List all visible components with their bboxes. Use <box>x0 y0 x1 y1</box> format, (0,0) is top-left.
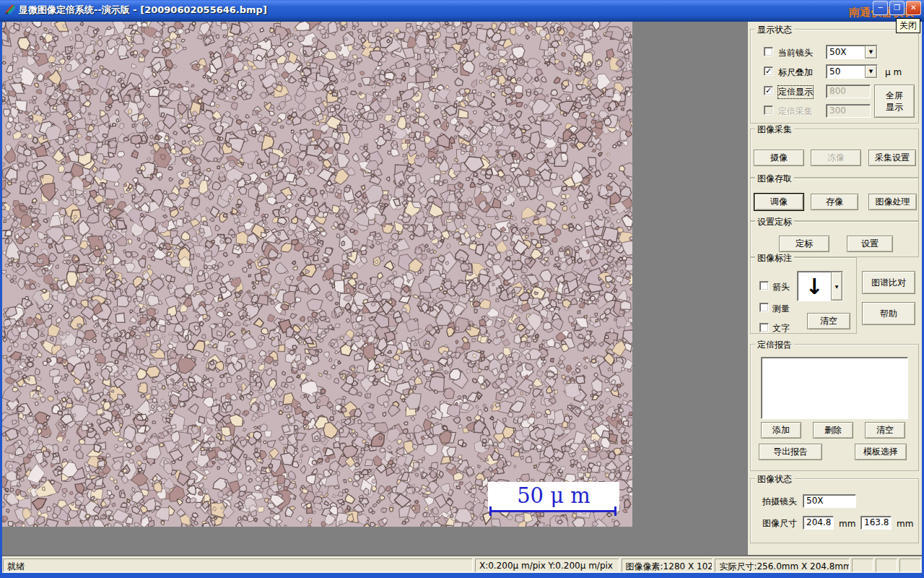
status-image-pixels: 图像像素:1280 X 1024 <box>622 558 713 572</box>
scale-overlay-checkbox[interactable]: ✓ <box>764 66 773 76</box>
current-lens-label: 当前镜头 <box>778 47 813 59</box>
report-add-button[interactable]: 添加 <box>761 422 801 439</box>
current-lens-checkbox[interactable]: ✓ <box>764 47 773 56</box>
image-process-button[interactable]: 图像处理 <box>868 194 917 210</box>
text-label: 文字 <box>772 322 790 335</box>
scale-overlay-label: 标尺叠加 <box>778 66 813 79</box>
group-annotation-title: 图像标注 <box>755 252 794 264</box>
capture-lens-value[interactable]: 50X <box>803 494 856 508</box>
status-extra-3 <box>899 558 921 572</box>
group-report-title: 定倍报告 <box>755 339 794 351</box>
freeze-button: 冻像 <box>811 150 861 166</box>
fixed-capture-label: 定倍采集 <box>778 105 813 118</box>
scalebar-cap-left <box>489 506 492 516</box>
group-storage-title: 图像存取 <box>755 173 794 185</box>
arrow-checkbox[interactable]: ✓ <box>759 281 769 290</box>
micrograph-canvas[interactable] <box>2 22 632 527</box>
scale-overlay-unit: μ m <box>885 67 902 77</box>
clear-annotation-button[interactable]: 清空 <box>807 313 850 329</box>
micrograph-view[interactable]: 50 μ m <box>2 22 632 527</box>
report-export-button[interactable]: 导出报告 <box>759 444 822 460</box>
capture-lens-label: 拍摄镜头 <box>762 496 797 508</box>
status-extra-2 <box>876 558 897 572</box>
minimize-button[interactable]: ─ <box>873 1 888 15</box>
load-image-button[interactable]: 调像 <box>754 193 804 211</box>
save-image-button[interactable]: 存像 <box>811 194 858 210</box>
status-bar: 就绪 X:0.200μ m/pix Y:0.200μ m/pix 图像像素:12… <box>2 555 922 573</box>
big-down-arrow-icon: ↓ <box>798 272 831 301</box>
atlas-compare-button[interactable]: 图谱比对 <box>862 271 915 294</box>
status-extra-1 <box>852 558 873 572</box>
restore-button[interactable]: ❐ <box>889 1 905 15</box>
group-image-status: 图像状态 拍摄镜头 50X 图像尺寸 204.8 mm 163.8 mm <box>750 478 919 543</box>
status-actual-size: 实际尺寸:256.0mm X 204.8mm <box>715 558 850 572</box>
fixed-display-label: 定倍显示 <box>778 86 813 98</box>
calibrate-button[interactable]: 定标 <box>779 236 829 252</box>
image-width-value[interactable]: 204.8 <box>803 516 834 530</box>
fullscreen-button[interactable]: 全屏 显示 <box>874 85 915 118</box>
scalebar-label: 50 μ m <box>488 482 619 511</box>
image-height-value[interactable]: 163.8 <box>860 516 892 530</box>
chevron-down-icon[interactable]: ▼ <box>865 65 877 78</box>
measure-label: 测量 <box>772 303 790 315</box>
group-display-status: 显示状态 ✓ 当前镜头 50X ▼ ✓ 标尺叠加 50 ▼ μ m ✓ 定倍显示… <box>750 29 919 124</box>
control-panel: 显示状态 ✓ 当前镜头 50X ▼ ✓ 标尺叠加 50 ▼ μ m ✓ 定倍显示… <box>748 22 922 555</box>
capture-settings-button[interactable]: 采集设置 <box>868 150 916 166</box>
group-image-status-title: 图像状态 <box>755 473 794 486</box>
scale-overlay-combobox[interactable]: 50 ▼ <box>826 64 878 79</box>
camera-button[interactable]: 摄像 <box>754 150 804 166</box>
group-capture: 图像采集 摄像 冻像 采集设置 <box>750 129 919 178</box>
status-ready: 就绪 <box>3 558 473 572</box>
chevron-down-icon[interactable]: ▼ <box>831 272 842 301</box>
window-title: 显微图像定倍系统--演示版 - [20090602055646.bmp] <box>19 4 267 17</box>
arrow-label: 箭头 <box>772 281 790 293</box>
help-button[interactable]: 帮助 <box>862 302 915 325</box>
application-window: 显微图像定倍系统--演示版 - [20090602055646.bmp] 南通仪… <box>0 0 924 578</box>
group-report: 定倍报告 添加 删除 清空 导出报告 模板选择 <box>750 344 919 471</box>
text-checkbox[interactable]: ✓ <box>759 323 769 332</box>
current-lens-combobox[interactable]: 50X ▼ <box>826 45 878 59</box>
app-icon <box>4 3 17 15</box>
fixed-display-checkbox[interactable]: ✓ <box>764 86 773 95</box>
report-clear-button[interactable]: 清空 <box>865 422 905 439</box>
group-capture-title: 图像采集 <box>755 124 794 136</box>
title-bar: 显微图像定倍系统--演示版 - [20090602055646.bmp] 南通仪… <box>0 0 924 22</box>
scalebar-cap-right <box>614 506 616 516</box>
fixed-display-input: 800 <box>826 85 871 98</box>
group-calibration-title: 设置定标 <box>755 216 794 228</box>
status-pixel-scale: X:0.200μ m/pix Y:0.200μ m/pix <box>475 558 619 572</box>
report-template-button[interactable]: 模板选择 <box>855 444 907 460</box>
fixed-capture-checkbox: ✓ <box>764 105 773 115</box>
calibration-settings-button[interactable]: 设置 <box>847 236 893 252</box>
group-annotation: 图像标注 ✓ 箭头 ↓ ▼ ✓ 测量 清空 ✓ 文字 <box>750 257 857 334</box>
arrow-style-combobox[interactable]: ↓ ▼ <box>797 271 843 301</box>
scalebar-line <box>490 510 616 512</box>
image-height-unit: mm <box>897 519 913 529</box>
close-tooltip: 关闭 <box>896 18 920 33</box>
image-width-unit: mm <box>839 519 855 529</box>
chevron-down-icon[interactable]: ▼ <box>865 46 877 59</box>
image-size-label: 图像尺寸 <box>762 517 797 530</box>
group-display-status-title: 显示状态 <box>755 24 794 36</box>
measure-checkbox[interactable]: ✓ <box>759 303 769 312</box>
report-listbox[interactable] <box>761 357 908 419</box>
fixed-capture-input: 300 <box>826 104 871 118</box>
group-storage: 图像存取 调像 存像 图像处理 <box>750 178 919 221</box>
window-border-bottom <box>0 573 924 578</box>
close-button[interactable]: ✕ <box>906 1 921 15</box>
report-delete-button[interactable]: 删除 <box>813 422 853 439</box>
